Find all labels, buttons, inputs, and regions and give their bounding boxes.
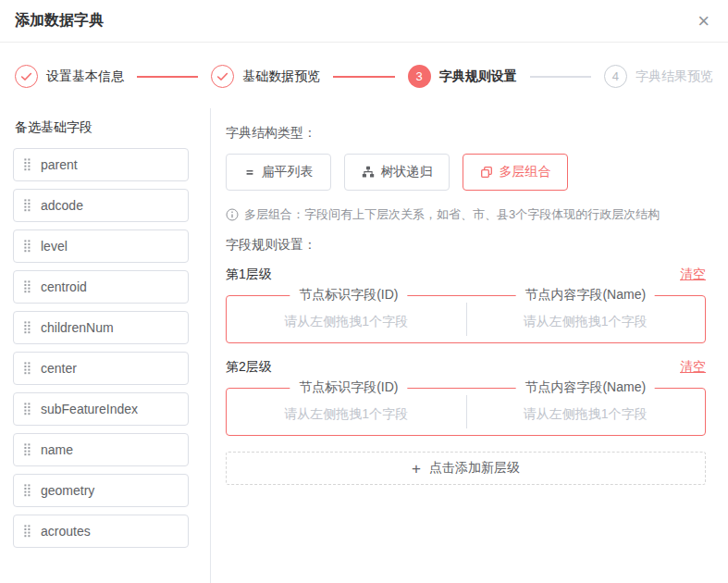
sidebar-title: 备选基础字段 [15,119,189,136]
info-icon [226,208,239,221]
field-label: parent [41,157,78,172]
stepper: 设置基本信息基础数据预览3字典规则设置4字典结果预览 [0,43,728,108]
drag-handle-icon[interactable] [24,443,31,456]
step-connector [137,76,198,78]
type-button-label: 多层组合 [500,164,551,180]
drag-handle-icon[interactable] [24,403,31,416]
name-placeholder: 请从左侧拖拽1个字段 [524,402,648,423]
field-label: childrenNum [41,320,114,335]
id-legend: 节点标识字段(ID) [290,287,407,304]
level-list: 第1层级清空节点标识字段(ID)节点内容字段(Name)请从左侧拖拽1个字段请从… [226,267,706,436]
structure-type-hint: 多层组合：字段间有上下层次关系，如省、市、县3个字段体现的行政层次结构 [226,206,706,223]
drag-handle-icon[interactable] [24,484,31,497]
tree-icon [362,166,375,179]
step-label: 字典规则设置 [439,68,517,85]
step-4: 4字典结果预览 [604,65,713,88]
structure-type-label: 字典结构类型： [226,125,706,142]
dialog-title: 添加数据字典 [15,11,104,31]
drag-handle-icon[interactable] [24,240,31,253]
name-legend: 节点内容字段(Name) [515,287,655,304]
check-icon [15,65,38,88]
add-level-button[interactable]: + 点击添加新层级 [226,452,706,485]
drag-handle-icon[interactable] [24,280,31,293]
type-button-label: 树状递归 [381,164,433,180]
field-item-geometry[interactable]: geometry [13,474,189,507]
id-placeholder: 请从左侧拖拽1个字段 [284,402,408,423]
drag-handle-icon[interactable] [24,321,31,334]
hint-text: 多层组合：字段间有上下层次关系，如省、市、县3个字段体现的行政层次结构 [244,206,660,223]
add-level-label: 点击添加新层级 [429,460,520,477]
zone-divider [466,303,467,336]
dialog-body: 备选基础字段 parentadcodelevelcentroidchildren… [0,108,728,583]
close-icon[interactable]: × [694,11,713,31]
field-label: center [41,361,77,376]
type-button-label: 扁平列表 [262,164,314,180]
field-label: level [41,239,68,254]
drag-handle-icon[interactable] [24,199,31,212]
clear-button[interactable]: 清空 [680,267,706,283]
level-head: 第1层级清空 [226,267,706,283]
name-placeholder: 请从左侧拖拽1个字段 [524,309,648,330]
level-title: 第2层级 [226,359,272,376]
step-label: 基础数据预览 [242,68,320,85]
zone-divider [466,395,467,428]
field-label: name [41,442,73,457]
field-label: centroid [41,279,87,294]
drag-handle-icon[interactable] [24,158,31,171]
field-label: adcode [41,198,83,213]
field-item-childrenNum[interactable]: childrenNum [13,311,189,344]
field-item-centroid[interactable]: centroid [13,270,189,304]
rule-settings-panel: 字典结构类型： 扁平列表树状递归多层组合 多层组合：字段间有上下层次关系，如省、… [211,108,728,583]
flat-list-icon [244,167,255,178]
field-item-adcode[interactable]: adcode [13,189,189,222]
id-legend: 节点标识字段(ID) [290,379,407,396]
level-rule-box: 节点标识字段(ID)节点内容字段(Name)请从左侧拖拽1个字段请从左侧拖拽1个… [226,295,706,343]
drag-handle-icon[interactable] [24,525,31,538]
id-placeholder: 请从左侧拖拽1个字段 [284,309,408,330]
field-label: subFeatureIndex [41,402,138,416]
type-button-flat-list[interactable]: 扁平列表 [226,154,331,191]
level-2: 第2层级清空节点标识字段(ID)节点内容字段(Name)请从左侧拖拽1个字段请从… [226,359,706,436]
step-label: 设置基本信息 [46,68,124,85]
step-1: 设置基本信息 [15,65,124,88]
field-item-subFeatureIndex[interactable]: subFeatureIndex [13,392,189,426]
level-rule-box: 节点标识字段(ID)节点内容字段(Name)请从左侧拖拽1个字段请从左侧拖拽1个… [226,388,706,436]
field-item-level[interactable]: level [13,229,189,263]
type-button-tree[interactable]: 树状递归 [344,154,450,191]
field-item-name[interactable]: name [13,433,189,466]
level-1: 第1层级清空节点标识字段(ID)节点内容字段(Name)请从左侧拖拽1个字段请从… [226,267,706,343]
field-item-acroutes[interactable]: acroutes [13,515,189,548]
field-sidebar: 备选基础字段 parentadcodelevelcentroidchildren… [0,108,211,583]
clear-button[interactable]: 清空 [680,359,706,376]
type-button-layers[interactable]: 多层组合 [463,154,568,191]
step-connector [333,76,394,78]
field-list: parentadcodelevelcentroidchildrenNumcent… [13,148,189,548]
level-head: 第2层级清空 [226,359,706,376]
layers-icon [480,166,493,179]
field-rules-label: 字段规则设置： [226,237,706,254]
dialog-header: 添加数据字典 × [0,0,728,43]
field-item-center[interactable]: center [13,352,189,385]
step-number: 3 [408,65,431,88]
step-connector [530,76,591,78]
step-3: 3字典规则设置 [408,65,517,88]
step-2: 基础数据预览 [211,65,320,88]
step-number: 4 [604,65,627,88]
field-label: acroutes [41,524,91,539]
drag-handle-icon[interactable] [24,362,31,375]
plus-icon: + [412,461,421,477]
field-item-parent[interactable]: parent [13,148,189,181]
name-legend: 节点内容字段(Name) [515,379,655,396]
structure-type-buttons: 扁平列表树状递归多层组合 [226,154,706,191]
check-icon [211,65,234,88]
level-title: 第1层级 [226,267,272,283]
field-label: geometry [41,483,94,498]
step-label: 字典结果预览 [635,68,713,85]
